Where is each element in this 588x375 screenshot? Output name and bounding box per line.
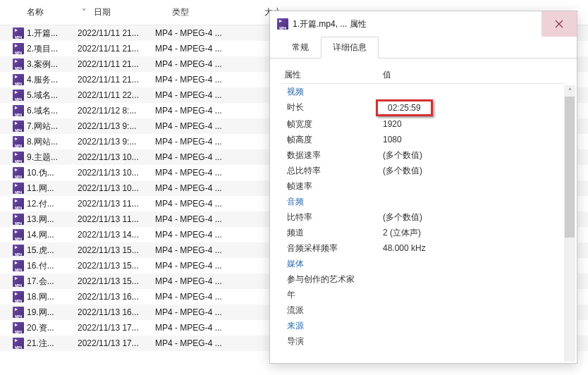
file-name: 20.资... — [27, 322, 78, 334]
file-type: MP4 - MPEG-4 ... — [155, 152, 247, 162]
file-type: MP4 - MPEG-4 ... — [155, 183, 247, 193]
file-date: 2022/11/12 8:... — [78, 106, 155, 116]
file-name: 12.付... — [27, 198, 78, 210]
file-date: 2022/11/13 10... — [78, 183, 155, 193]
file-date: 2022/11/13 15... — [78, 245, 155, 255]
file-name: 13.网... — [27, 214, 78, 226]
col-header-name[interactable]: 名称 ˅ — [27, 0, 94, 25]
row-frame-height[interactable]: 帧高度 1080 — [281, 132, 565, 147]
highlight-duration: 02:25:59 — [376, 99, 433, 116]
scrollbar[interactable]: ˄ — [564, 85, 575, 362]
dialog-content: 属性 值 视频 时长 02:25:59 帧宽度 1920 帧高度 1080 数据… — [270, 59, 577, 363]
mp4-file-icon — [13, 59, 24, 70]
mp4-file-icon — [13, 74, 24, 85]
file-type: MP4 - MPEG-4 ... — [155, 261, 247, 271]
file-date: 2022/11/13 14... — [78, 230, 155, 240]
file-name: 14.网... — [27, 229, 78, 241]
mp4-file-icon — [13, 229, 24, 240]
section-video: 视频 — [281, 84, 565, 99]
header-val[interactable]: 值 — [380, 69, 565, 81]
prop-table-header: 属性 值 — [281, 67, 565, 84]
mp4-file-icon — [13, 245, 24, 256]
file-date: 2022/11/11 21... — [78, 28, 155, 38]
row-year[interactable]: 年 — [281, 287, 565, 302]
row-sample-rate[interactable]: 音频采样频率 48.000 kHz — [281, 240, 565, 256]
file-type: MP4 - MPEG-4 ... — [155, 121, 247, 131]
scrollbar-thumb[interactable] — [565, 97, 575, 238]
mp4-file-icon — [13, 276, 24, 287]
file-type: MP4 - MPEG-4 ... — [155, 106, 247, 116]
file-type: MP4 - MPEG-4 ... — [155, 214, 247, 224]
file-type: MP4 - MPEG-4 ... — [155, 90, 247, 100]
file-type: MP4 - MPEG-4 ... — [155, 323, 247, 333]
file-type: MP4 - MPEG-4 ... — [155, 230, 247, 240]
file-name: 6.域名... — [27, 105, 78, 117]
header-attr[interactable]: 属性 — [281, 69, 380, 81]
mp4-file-icon — [13, 90, 24, 101]
file-type: MP4 - MPEG-4 ... — [155, 168, 247, 178]
sort-dropdown-icon[interactable]: ˅ — [82, 8, 93, 18]
file-date: 2022/11/11 22... — [78, 90, 155, 100]
properties-dialog: 1.开篇.mp4, ... 属性 常规 详细信息 属性 值 视频 时长 02:2… — [269, 11, 577, 364]
dialog-tabs: 常规 详细信息 — [270, 37, 577, 59]
file-type: MP4 - MPEG-4 ... — [155, 59, 247, 69]
file-name: 3.案例... — [27, 59, 78, 70]
close-icon — [555, 20, 563, 28]
row-frame-rate[interactable]: 帧速率 — [281, 178, 565, 194]
file-name: 10.伪... — [27, 167, 78, 179]
mp4-file-icon — [13, 260, 24, 271]
file-name: 16.付... — [27, 260, 78, 272]
scroll-up-arrow[interactable]: ˄ — [564, 85, 575, 97]
file-name: 21.注... — [27, 338, 78, 350]
file-date: 2022/11/13 9:... — [78, 137, 155, 147]
close-button[interactable] — [541, 11, 577, 37]
dialog-titlebar[interactable]: 1.开篇.mp4, ... 属性 — [270, 11, 577, 37]
col-header-type[interactable]: 类型 — [172, 0, 264, 25]
mp4-file-icon — [13, 338, 24, 349]
file-name: 19.网... — [27, 307, 78, 319]
section-audio: 音频 — [281, 194, 565, 209]
mp4-file-icon — [13, 183, 24, 194]
tab-general[interactable]: 常规 — [280, 37, 321, 59]
file-type: MP4 - MPEG-4 ... — [155, 307, 247, 317]
file-date: 2022/11/13 15... — [78, 261, 155, 271]
file-type: MP4 - MPEG-4 ... — [155, 75, 247, 85]
file-date: 2022/11/13 11... — [78, 214, 155, 224]
mp4-file-icon — [13, 136, 24, 147]
file-name: 18.网... — [27, 291, 78, 303]
row-director[interactable]: 导演 — [281, 333, 565, 349]
row-bitrate[interactable]: 比特率 (多个数值) — [281, 209, 565, 225]
file-name: 15.虎... — [27, 245, 78, 257]
file-type: MP4 - MPEG-4 ... — [155, 199, 247, 209]
mp4-file-icon — [13, 121, 24, 132]
mp4-file-icon — [13, 322, 24, 333]
row-data-rate[interactable]: 数据速率 (多个数值) — [281, 147, 565, 163]
file-type: MP4 - MPEG-4 ... — [155, 338, 247, 348]
file-date: 2022/11/13 15... — [78, 276, 155, 286]
file-type: MP4 - MPEG-4 ... — [155, 292, 247, 302]
row-channels[interactable]: 频道 2 (立体声) — [281, 225, 565, 240]
file-name: 7.网站... — [27, 121, 78, 133]
file-date: 2022/11/13 17... — [78, 323, 155, 333]
mp4-file-icon — [277, 18, 288, 30]
row-total-bitrate[interactable]: 总比特率 (多个数值) — [281, 163, 565, 178]
file-name: 11.网... — [27, 183, 78, 195]
file-name: 2.项目... — [27, 43, 78, 55]
col-header-date[interactable]: 日期 — [94, 0, 172, 25]
file-date: 2022/11/13 11... — [78, 199, 155, 209]
row-genre[interactable]: 流派 — [281, 302, 565, 318]
file-type: MP4 - MPEG-4 ... — [155, 276, 247, 286]
mp4-file-icon — [13, 152, 24, 163]
file-name: 5.域名... — [27, 90, 78, 102]
mp4-file-icon — [13, 307, 24, 318]
row-artists[interactable]: 参与创作的艺术家 — [281, 271, 565, 287]
tab-details[interactable]: 详细信息 — [321, 37, 379, 59]
row-duration[interactable]: 时长 02:25:59 — [281, 99, 565, 116]
file-date: 2022/11/11 21... — [78, 59, 155, 69]
mp4-file-icon — [13, 43, 24, 54]
row-frame-width[interactable]: 帧宽度 1920 — [281, 116, 565, 132]
file-type: MP4 - MPEG-4 ... — [155, 245, 247, 255]
mp4-file-icon — [13, 27, 24, 39]
mp4-file-icon — [13, 198, 24, 209]
file-type: MP4 - MPEG-4 ... — [155, 28, 247, 38]
